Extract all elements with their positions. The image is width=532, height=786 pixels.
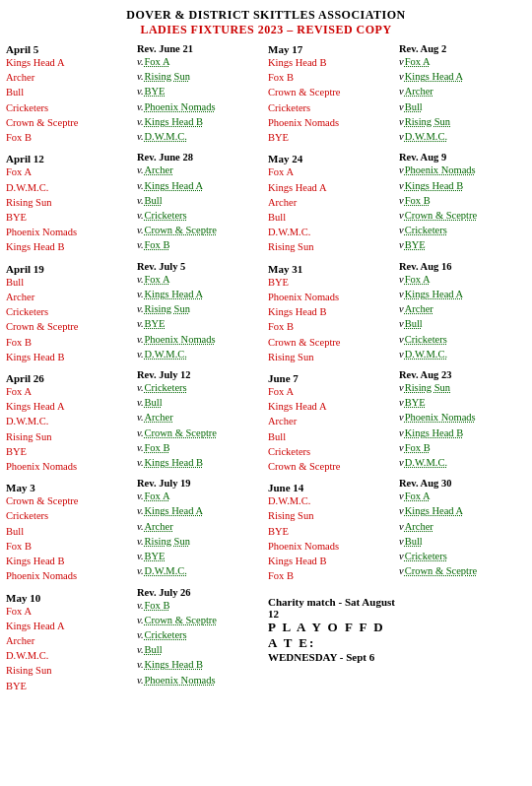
- fixture-row: Fox B: [268, 70, 395, 85]
- fixture-row: Fox A: [6, 164, 133, 179]
- fixture-row: Fox A: [268, 384, 395, 399]
- col-4: Rev. Aug 2 vFox A vKings Head A vArcher …: [399, 43, 526, 701]
- fixture-row: Crown & Sceptre: [6, 493, 133, 508]
- section-april12: April 12 Fox A D.W.M.C. Rising Sun BYE P…: [6, 153, 133, 254]
- fixture-row: Kings Head B: [6, 350, 133, 364]
- fixture-row: Bull: [268, 210, 395, 225]
- rev-row: v.Fox A: [137, 489, 264, 503]
- rev-aug23-header: Rev. Aug 23: [399, 369, 526, 380]
- fixture-row: Rising Sun: [268, 350, 395, 364]
- col-3: May 17 Kings Head B Fox B Crown & Sceptr…: [268, 43, 395, 701]
- rev-aug9-header: Rev. Aug 9: [399, 152, 526, 163]
- section-may10: May 10 Fox A Kings Head A Archer D.W.M.C…: [6, 592, 133, 693]
- rev-row: vKings Head A: [399, 287, 526, 301]
- rev-row: vKings Head B: [399, 178, 526, 193]
- rev-july5-header: Rev. July 5: [137, 261, 264, 272]
- rev-row: vArcher: [399, 519, 526, 534]
- fixture-row: Fox A: [6, 604, 133, 619]
- rev-row: v.Crown & Sceptre: [137, 223, 264, 237]
- rev-row: v.Phoenix Nomads: [137, 332, 264, 347]
- fixture-row: Bull: [268, 429, 395, 444]
- page-container: DOVER & DISTRICT SKITTLES ASSOCIATION LA…: [6, 8, 526, 701]
- rev-row: v.Fox A: [137, 272, 264, 287]
- rev-row: vBull: [399, 99, 526, 114]
- fixture-row: Crown & Sceptre: [6, 319, 133, 334]
- rev-row: vFox A: [399, 272, 526, 287]
- rev-row: vArcher: [399, 301, 526, 316]
- fixture-row: Archer: [6, 290, 133, 304]
- rev-row: vBull: [399, 534, 526, 549]
- fixture-row: Kings Head B: [268, 304, 395, 319]
- section-rev-july5: Rev. July 5 v.Fox A v.Kings Head A v.Ris…: [137, 261, 264, 361]
- rev-row: v.Kings Head A: [137, 178, 264, 193]
- fixture-row: Kings Head A: [6, 619, 133, 633]
- fixture-row: Kings Head B: [268, 554, 395, 568]
- date-april19: April 19: [6, 263, 133, 275]
- fixture-row: Kings Head A: [6, 399, 133, 414]
- rev-row: v.Crown & Sceptre: [137, 613, 264, 627]
- fixture-row: Rising Sun: [268, 508, 395, 523]
- fixture-row: Fox B: [6, 335, 133, 350]
- main-title: DOVER & DISTRICT SKITTLES ASSOCIATION: [6, 8, 526, 23]
- section-rev-aug30: Rev. Aug 30 vFox A vKings Head A vArcher…: [399, 478, 526, 578]
- fixture-row: Phoenix Nomads: [6, 459, 133, 474]
- date-may17: May 17: [268, 43, 395, 55]
- rev-row: v.BYE: [137, 316, 264, 331]
- section-rev-june21: Rev. June 21 v.Fox A v.Rising Sun v.BYE …: [137, 43, 264, 144]
- rev-row: v.D.W.M.C.: [137, 129, 264, 144]
- fixture-row: Kings Head B: [6, 554, 133, 568]
- fixture-row: Crown & Sceptre: [6, 115, 133, 130]
- fixture-row: Fox B: [6, 539, 133, 554]
- section-rev-aug23: Rev. Aug 23 vRising Sun vBYE vPhoenix No…: [399, 369, 526, 470]
- fixture-row: Fox B: [268, 568, 395, 583]
- rev-row: v.D.W.M.C.: [137, 347, 264, 361]
- rev-row: v.Rising Sun: [137, 69, 264, 84]
- date-april26: April 26: [6, 372, 133, 384]
- rev-row: v.BYE: [137, 84, 264, 98]
- rev-june28-header: Rev. June 28: [137, 152, 264, 163]
- fixture-row: Crown & Sceptre: [268, 85, 395, 99]
- rev-row: v.Archer: [137, 163, 264, 177]
- section-april5: April 5 Kings Head A Archer Bull Cricket…: [6, 43, 133, 145]
- rev-row: v.Bull: [137, 642, 264, 657]
- rev-row: v.Kings Head B: [137, 455, 264, 470]
- rev-row: v.Bull: [137, 193, 264, 208]
- sub-title: LADIES FIXTURES 2023 – REVISED COPY: [6, 23, 526, 37]
- rev-row: vBYE: [399, 237, 526, 252]
- rev-july19-header: Rev. July 19: [137, 478, 264, 489]
- col-1: April 5 Kings Head A Archer Bull Cricket…: [6, 43, 133, 701]
- rev-row: v.Fox B: [137, 440, 264, 455]
- rev-row: vArcher: [399, 84, 526, 98]
- rev-row: vBYE: [399, 395, 526, 410]
- rev-row: vCricketers: [399, 549, 526, 563]
- rev-row: vCrown & Sceptre: [399, 563, 526, 578]
- rev-row: vFox B: [399, 440, 526, 455]
- date-may10: May 10: [6, 592, 133, 604]
- col-2: Rev. June 21 v.Fox A v.Rising Sun v.BYE …: [137, 43, 264, 701]
- wednesday-label: WEDNESDAY - Sept 6: [268, 651, 395, 663]
- rev-row: v.Fox B: [137, 237, 264, 252]
- fixture-row: Phoenix Nomads: [6, 225, 133, 239]
- fixture-row: Phoenix Nomads: [6, 568, 133, 583]
- rev-row: vRising Sun: [399, 380, 526, 395]
- fixture-row: BYE: [268, 130, 395, 145]
- fixture-row: Kings Head A: [268, 399, 395, 414]
- rev-row: v.Fox B: [137, 598, 264, 613]
- rev-row: v.Cricketers: [137, 627, 264, 642]
- rev-row: v.Rising Sun: [137, 301, 264, 316]
- date-may3: May 3: [6, 482, 133, 493]
- section-may31: May 31 BYE Phoenix Nomads Kings Head B F…: [268, 263, 395, 364]
- rev-row: vFox B: [399, 193, 526, 208]
- fixture-row: BYE: [6, 679, 133, 693]
- date-may24: May 24: [268, 153, 395, 164]
- section-may17: May 17 Kings Head B Fox B Crown & Sceptr…: [268, 43, 395, 145]
- fixture-row: Archer: [268, 414, 395, 428]
- section-june7: June 7 Fox A Kings Head A Archer Bull Cr…: [268, 372, 395, 474]
- rev-row: v.Archer: [137, 519, 264, 534]
- fixture-row: Kings Head A: [268, 180, 395, 195]
- rev-row: v.Kings Head B: [137, 114, 264, 129]
- section-charity: Charity match - Sat August 12 P L A Y O …: [268, 596, 395, 663]
- rev-row: v.Kings Head A: [137, 503, 264, 518]
- fixture-row: Cricketers: [6, 100, 133, 115]
- rev-row: vFox A: [399, 489, 526, 503]
